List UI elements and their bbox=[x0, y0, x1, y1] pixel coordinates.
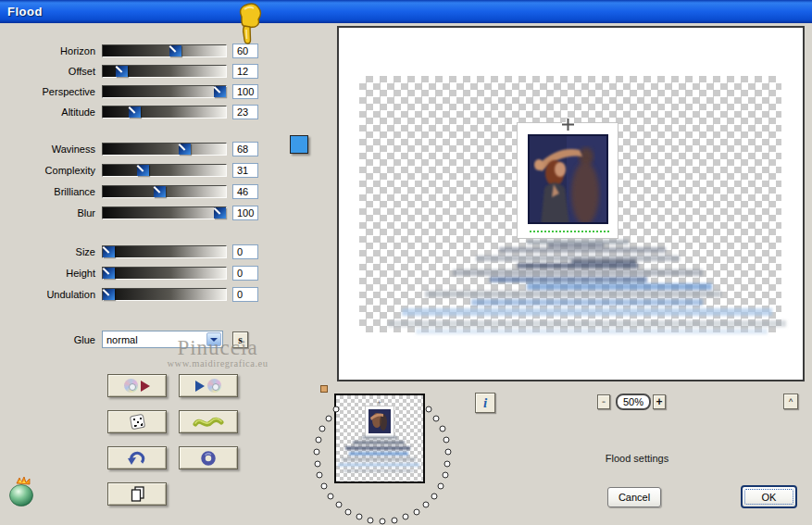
ring-icon bbox=[200, 450, 217, 467]
slider-value-input[interactable]: 0 bbox=[232, 266, 258, 281]
slider-value-input[interactable]: 68 bbox=[232, 142, 258, 156]
ring-button[interactable] bbox=[179, 446, 238, 469]
dial-dot[interactable] bbox=[413, 508, 419, 515]
title-bar[interactable]: Flood bbox=[0, 0, 812, 23]
dial-dot[interactable] bbox=[316, 437, 322, 444]
slider-thumb[interactable] bbox=[103, 268, 115, 279]
slider-thumb[interactable] bbox=[214, 207, 226, 219]
slider-row: Complexity31 bbox=[0, 159, 270, 181]
dial-dot[interactable] bbox=[423, 502, 430, 508]
slider-label: Complexity bbox=[0, 165, 102, 176]
dial-dot[interactable] bbox=[314, 460, 320, 467]
dial-dot[interactable] bbox=[426, 406, 432, 412]
zoom-in-button[interactable]: + bbox=[653, 394, 666, 409]
slider-track-blur[interactable] bbox=[102, 206, 227, 219]
slider-thumb[interactable] bbox=[137, 165, 149, 176]
slider-thumb[interactable] bbox=[179, 144, 191, 155]
dial-dot[interactable] bbox=[391, 517, 397, 523]
blue-play-icon bbox=[195, 381, 205, 392]
dial-dot[interactable] bbox=[321, 482, 328, 489]
slider-thumb[interactable] bbox=[129, 106, 141, 118]
cancel-button[interactable]: Cancel bbox=[607, 487, 661, 507]
dial-marker bbox=[320, 385, 328, 393]
photo-frame bbox=[517, 122, 618, 239]
dial-dot[interactable] bbox=[444, 448, 451, 455]
collapse-button[interactable]: ^ bbox=[783, 394, 798, 409]
glue-dropdown[interactable]: normal bbox=[102, 331, 223, 348]
slider-group-ripple: Size0Height0Undulation0 bbox=[0, 241, 270, 305]
dial-dot[interactable] bbox=[443, 437, 449, 444]
chevron-down-icon[interactable] bbox=[206, 332, 221, 346]
dial-dot[interactable] bbox=[328, 493, 334, 499]
dial-dot[interactable] bbox=[444, 460, 451, 467]
slider-label: Offset bbox=[0, 66, 102, 77]
dial-dot[interactable] bbox=[356, 514, 362, 520]
slider-thumb[interactable] bbox=[116, 66, 128, 77]
slider-track-undulation[interactable] bbox=[102, 288, 227, 301]
crosshair-icon[interactable] bbox=[561, 118, 575, 131]
slider-track-perspective[interactable] bbox=[102, 85, 227, 98]
flaming-pear-logo-icon bbox=[7, 476, 39, 509]
water-color-swatch[interactable] bbox=[290, 135, 308, 154]
slider-value-input[interactable]: 0 bbox=[232, 244, 258, 259]
slider-track-offset[interactable] bbox=[102, 65, 227, 78]
dial-dot[interactable] bbox=[335, 502, 342, 508]
slider-track-altitude[interactable] bbox=[102, 106, 227, 119]
slider-value-input[interactable]: 100 bbox=[232, 206, 258, 220]
dial-dot[interactable] bbox=[317, 472, 323, 479]
copy-settings-button[interactable] bbox=[107, 482, 167, 506]
info-button[interactable]: i bbox=[475, 393, 495, 413]
slider-thumb[interactable] bbox=[103, 246, 115, 257]
slider-row: Offset12 bbox=[0, 61, 270, 81]
slider-thumb[interactable] bbox=[214, 86, 226, 97]
photo-image bbox=[528, 134, 608, 224]
slider-group-position: Horizon60Offset12Perspective100Altitude2… bbox=[0, 41, 270, 122]
slider-value-input[interactable]: 12 bbox=[232, 64, 258, 79]
dial-dot[interactable] bbox=[439, 425, 445, 431]
dial-dot[interactable] bbox=[314, 448, 320, 455]
slider-track-brilliance[interactable] bbox=[102, 185, 227, 198]
dial-dot[interactable] bbox=[380, 519, 386, 525]
slider-thumb[interactable] bbox=[169, 45, 181, 56]
slider-value-input[interactable]: 0 bbox=[232, 287, 258, 302]
slider-track-waviness[interactable] bbox=[102, 143, 227, 156]
slider-row: Perspective100 bbox=[0, 81, 270, 102]
mini-reflection bbox=[336, 434, 423, 482]
dial-dot[interactable] bbox=[345, 508, 352, 515]
dial-dot[interactable] bbox=[319, 425, 326, 431]
slider-value-input[interactable]: 46 bbox=[232, 184, 258, 199]
undo-button[interactable] bbox=[107, 446, 167, 469]
dial-dot[interactable] bbox=[403, 514, 409, 520]
status-text: Flood settings bbox=[581, 453, 693, 464]
thumbnail-preview[interactable]: + bbox=[334, 394, 425, 483]
slider-label: Blur bbox=[0, 207, 102, 219]
slider-thumb[interactable] bbox=[154, 186, 166, 197]
wave-button[interactable] bbox=[179, 410, 238, 433]
zoom-out-button[interactable]: - bbox=[597, 394, 610, 409]
dial-dot[interactable] bbox=[442, 472, 448, 479]
slider-value-input[interactable]: 23 bbox=[232, 105, 258, 119]
zoom-level[interactable]: 50% bbox=[616, 394, 651, 410]
slider-track-height[interactable] bbox=[102, 267, 227, 280]
style-button[interactable]: s bbox=[232, 331, 248, 348]
slider-label: Height bbox=[0, 268, 102, 279]
mini-photo-frame bbox=[365, 406, 394, 438]
slider-track-complexity[interactable] bbox=[102, 164, 227, 177]
ok-button[interactable]: OK bbox=[741, 485, 797, 508]
randomize-button[interactable] bbox=[107, 410, 167, 433]
slider-track-size[interactable] bbox=[102, 245, 227, 258]
dial-dot[interactable] bbox=[332, 406, 339, 412]
slider-thumb[interactable] bbox=[103, 289, 115, 300]
dial-dot[interactable] bbox=[437, 482, 443, 489]
load-preset-button[interactable] bbox=[107, 374, 167, 397]
dial-dot[interactable] bbox=[368, 517, 374, 523]
slider-track-horizon[interactable] bbox=[102, 44, 227, 57]
slider-value-input[interactable]: 100 bbox=[232, 84, 258, 99]
dial-dot[interactable] bbox=[431, 493, 437, 499]
save-preset-button[interactable] bbox=[179, 374, 238, 397]
preview-canvas[interactable] bbox=[337, 26, 805, 381]
dial-dot[interactable] bbox=[325, 415, 331, 421]
slider-value-input[interactable]: 31 bbox=[232, 163, 258, 178]
pages-icon bbox=[130, 485, 145, 503]
dial-dot[interactable] bbox=[433, 415, 440, 421]
